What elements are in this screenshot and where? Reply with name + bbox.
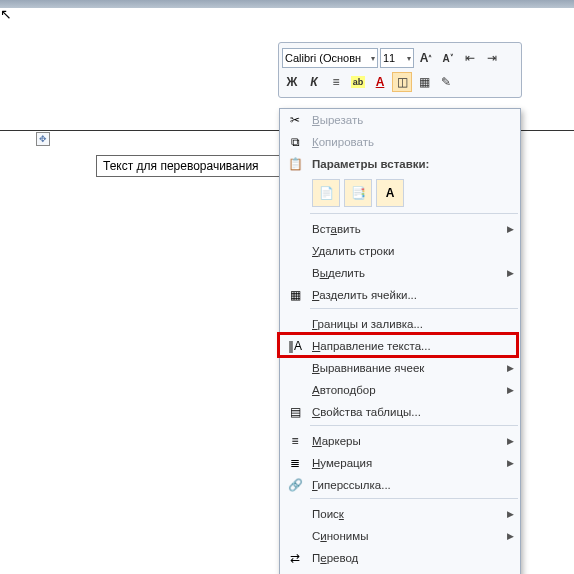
separator (310, 213, 518, 216)
borders-button[interactable]: ▦ (414, 72, 434, 92)
numbering-icon: ≣ (284, 454, 306, 472)
menu-cell-alignment[interactable]: Выравнивание ячеек▶ (280, 357, 520, 379)
shrink-font-icon[interactable]: A˅ (438, 48, 458, 68)
separator (310, 498, 518, 501)
copy-icon: ⧉ (284, 133, 306, 151)
hyperlink-icon: 🔗 (284, 476, 306, 494)
menu-bullets[interactable]: ≡Маркеры▶ (280, 430, 520, 452)
clipboard-icon: 📋 (284, 155, 306, 173)
highlight-button[interactable]: ab (348, 72, 368, 92)
menu-copy[interactable]: ⧉Копировать (280, 131, 520, 153)
submenu-arrow-icon: ▶ (507, 531, 514, 541)
menu-borders-shading[interactable]: Границы и заливка... (280, 313, 520, 335)
split-cells-icon: ▦ (284, 286, 306, 304)
paste-text-only-icon[interactable]: A (376, 179, 404, 207)
mouse-cursor: ↖ (0, 6, 12, 22)
submenu-arrow-icon: ▶ (507, 268, 514, 278)
font-size-selector[interactable]: 11▾ (380, 48, 414, 68)
menu-numbering[interactable]: ≣Нумерация▶ (280, 452, 520, 474)
table-properties-icon: ▤ (284, 403, 306, 421)
separator (310, 425, 518, 428)
menu-cut[interactable]: ✂Вырезать (280, 109, 520, 131)
submenu-arrow-icon: ▶ (507, 458, 514, 468)
grow-font-icon[interactable]: A˄ (416, 48, 436, 68)
submenu-arrow-icon: ▶ (507, 509, 514, 519)
separator (310, 308, 518, 311)
menu-delete-rows[interactable]: Удалить строки (280, 240, 520, 262)
mini-toolbar: Calibri (Основн▾ 11▾ A˄ A˅ ⇤ ⇥ Ж К ≡ ab … (278, 42, 522, 98)
bullets-icon: ≡ (284, 432, 306, 450)
cell-text: Текст для переворачивания (103, 159, 259, 173)
window-titlebar (0, 0, 574, 8)
paste-keep-formatting-icon[interactable]: 📄 (312, 179, 340, 207)
font-color-button[interactable]: A (370, 72, 390, 92)
menu-table-properties[interactable]: ▤Свойства таблицы... (280, 401, 520, 423)
text-direction-icon: ‖A (284, 337, 306, 355)
italic-button[interactable]: К (304, 72, 324, 92)
submenu-arrow-icon: ▶ (507, 385, 514, 395)
menu-synonyms[interactable]: Синонимы▶ (280, 525, 520, 547)
format-painter-icon[interactable]: ✎ (436, 72, 456, 92)
submenu-arrow-icon: ▶ (507, 436, 514, 446)
context-menu: ✂Вырезать ⧉Копировать 📋Параметры вставки… (279, 108, 521, 574)
menu-select[interactable]: Выделить▶ (280, 262, 520, 284)
paste-options-row: 📄 📑 A (280, 175, 520, 211)
table-move-handle-icon[interactable]: ✥ (36, 132, 50, 146)
submenu-arrow-icon: ▶ (507, 363, 514, 373)
submenu-arrow-icon: ▶ (507, 224, 514, 234)
menu-translate[interactable]: ⇄Перевод (280, 547, 520, 569)
paste-merge-icon[interactable]: 📑 (344, 179, 372, 207)
menu-text-direction[interactable]: ‖AНаправление текста... (280, 335, 520, 357)
font-selector[interactable]: Calibri (Основн▾ (282, 48, 378, 68)
cut-label: ырезать (320, 114, 363, 126)
menu-hyperlink[interactable]: 🔗Гиперссылка... (280, 474, 520, 496)
menu-autofit[interactable]: Автоподбор▶ (280, 379, 520, 401)
menu-insert[interactable]: Вставить▶ (280, 218, 520, 240)
align-button[interactable]: ≡ (326, 72, 346, 92)
chevron-down-icon: ▾ (371, 54, 375, 63)
menu-additional-actions[interactable]: Дополнительные действия▶ (280, 569, 520, 574)
paste-options-header: 📋Параметры вставки: (280, 153, 520, 175)
translate-icon: ⇄ (284, 549, 306, 567)
menu-search[interactable]: Поиск▶ (280, 503, 520, 525)
font-name: Calibri (Основн (285, 52, 361, 64)
bold-button[interactable]: Ж (282, 72, 302, 92)
cut-icon: ✂ (284, 111, 306, 129)
shading-button[interactable]: ◫ (392, 72, 412, 92)
decrease-indent-icon[interactable]: ⇤ (460, 48, 480, 68)
menu-split-cells[interactable]: ▦Разделить ячейки... (280, 284, 520, 306)
font-size: 11 (383, 52, 395, 64)
increase-indent-icon[interactable]: ⇥ (482, 48, 502, 68)
chevron-down-icon: ▾ (407, 54, 411, 63)
